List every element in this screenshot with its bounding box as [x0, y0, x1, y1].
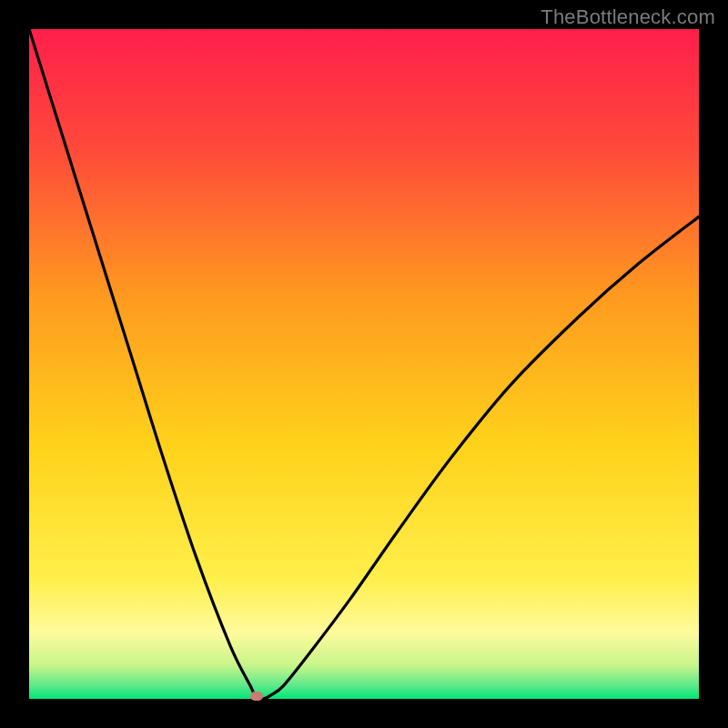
chart-frame: TheBottleneck.com — [0, 0, 728, 728]
chart-svg — [29, 29, 699, 699]
plot-area — [29, 29, 699, 699]
watermark-text: TheBottleneck.com — [541, 5, 715, 29]
gradient-background — [29, 29, 699, 699]
minimum-marker — [250, 692, 263, 701]
